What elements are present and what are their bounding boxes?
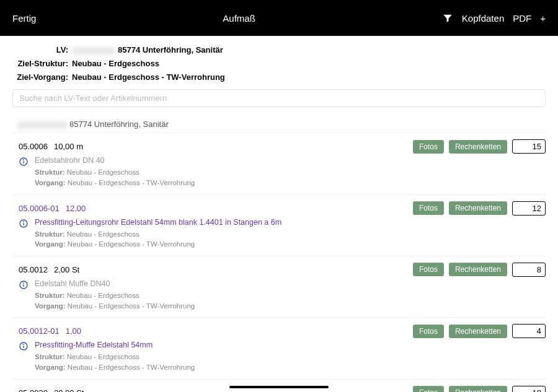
done-button[interactable]: Fertig — [12, 13, 36, 24]
fotos-button[interactable]: Fotos — [413, 201, 444, 215]
fotos-button[interactable]: Fotos — [413, 263, 444, 276]
quantity-input[interactable] — [512, 263, 546, 277]
item-code: 05.0020 — [19, 388, 48, 392]
item-description: Edelstahlrohr DN 40 — [35, 156, 546, 165]
fotos-button[interactable]: Fotos — [413, 386, 444, 392]
meta-section: LV: 85774 Unterföhring, Sanitär Ziel-Str… — [0, 36, 558, 89]
item-struktur: Struktur: Neubau - Erdgeschoss — [35, 229, 546, 240]
item-struktur: Struktur: Neubau - Erdgeschoss — [35, 352, 546, 362]
item-struktur: Struktur: Neubau - Erdgeschoss — [35, 290, 546, 301]
list-item: 05.0006 10,00 m Fotos Rechenketten Edels… — [12, 133, 546, 194]
svg-point-2 — [24, 160, 24, 160]
info-icon[interactable] — [19, 157, 29, 167]
ziel-vorgang-value: Neubau - Erdgeschoss - TW-Verrohrung — [72, 71, 225, 84]
rechenketten-button[interactable]: Rechenketten — [449, 324, 507, 338]
kopfdaten-button[interactable]: Kopfdaten — [462, 13, 504, 24]
list-item: 05.0006-01 12,00 Fotos Rechenketten Pres… — [12, 194, 546, 256]
page-title: Aufmaß — [223, 13, 255, 24]
item-code: 05.0012-01 — [19, 326, 60, 336]
item-description: Pressfitting-Leitungsrohr Edelstahl 54mm… — [35, 218, 546, 227]
fotos-button[interactable]: Fotos — [413, 140, 444, 154]
item-description: Pressfitting-Muffe Edelstahl 54mm — [35, 341, 546, 349]
item-description: Edelstahl Muffe DN40 — [35, 279, 546, 288]
list-item: 05.0012-01 1,00 Fotos Rechenketten Press… — [12, 317, 546, 378]
ziel-struktur-value: Neubau - Erdgeschoss — [72, 57, 159, 71]
rechenketten-button[interactable]: Rechenketten — [449, 201, 507, 215]
pdf-button[interactable]: PDF — [513, 13, 531, 24]
svg-point-8 — [24, 283, 24, 284]
lv-value: 85774 Unterföhring, Sanitär — [72, 43, 223, 57]
info-icon[interactable] — [19, 280, 29, 290]
rechenketten-button[interactable]: Rechenketten — [449, 386, 507, 392]
add-icon[interactable]: + — [540, 14, 546, 23]
header-actions: Kopfdaten PDF + — [442, 12, 546, 24]
item-vorgang: Vorgang: Neubau - Erdgeschoss - TW-Verro… — [35, 178, 546, 188]
ziel-struktur-label: Ziel-Struktur: — [12, 57, 72, 71]
home-indicator — [229, 386, 329, 388]
item-quantity: 1,00 — [66, 326, 81, 336]
list-item: 05.0012 2,00 St Fotos Rechenketten Edels… — [12, 256, 546, 317]
item-quantity: 20,00 St — [54, 388, 84, 392]
info-icon[interactable] — [19, 341, 29, 351]
lv-label: LV: — [12, 43, 72, 57]
item-struktur: Struktur: Neubau - Erdgeschoss — [35, 167, 546, 178]
item-quantity: 10,00 m — [54, 142, 83, 151]
item-vorgang: Vorgang: Neubau - Erdgeschoss - TW-Verro… — [35, 301, 546, 311]
app-header: Fertig Aufmaß Kopfdaten PDF + — [0, 0, 558, 36]
quantity-input[interactable] — [512, 386, 546, 392]
item-quantity: 2,00 St — [54, 265, 79, 274]
rechenketten-button[interactable]: Rechenketten — [449, 263, 507, 276]
item-vorgang: Vorgang: Neubau - Erdgeschoss - TW-Verro… — [35, 239, 546, 250]
quantity-input[interactable] — [512, 201, 546, 216]
filter-icon[interactable] — [442, 12, 453, 24]
item-code: 05.0006 — [19, 142, 48, 151]
search-row — [0, 89, 558, 113]
rechenketten-button[interactable]: Rechenketten — [449, 140, 507, 154]
section-title: 85774 Unterföhring, Sanitär — [0, 113, 558, 133]
fotos-button[interactable]: Fotos — [413, 324, 444, 338]
ziel-vorgang-label: Ziel-Vorgang: — [12, 71, 72, 84]
item-code: 05.0012 — [19, 265, 48, 274]
quantity-input[interactable] — [512, 139, 546, 154]
item-quantity: 12,00 — [66, 204, 86, 213]
item-code: 05.0006-01 — [19, 204, 60, 213]
quantity-input[interactable] — [512, 324, 546, 338]
search-input[interactable] — [12, 89, 546, 107]
item-vorgang: Vorgang: Neubau - Erdgeschoss - TW-Verro… — [35, 362, 546, 373]
info-icon[interactable] — [19, 219, 29, 229]
item-list: 05.0006 10,00 m Fotos Rechenketten Edels… — [0, 133, 558, 392]
svg-point-5 — [24, 222, 24, 222]
svg-point-11 — [24, 344, 24, 345]
